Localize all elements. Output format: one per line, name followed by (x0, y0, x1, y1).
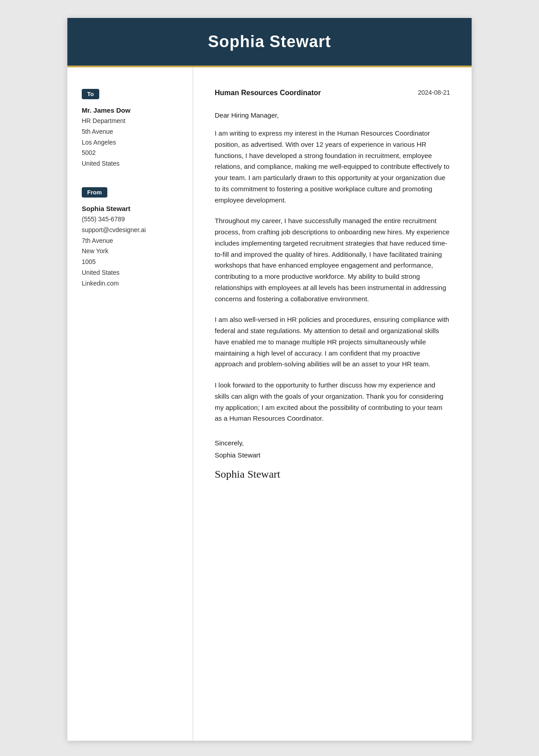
letter-paragraph-4: I look forward to the opportunity to fur… (215, 380, 450, 424)
recipient-country: United States (82, 158, 178, 169)
main-content: Human Resources Coordinator 2024-08-21 D… (193, 67, 472, 741)
sender-email: support@cvdesigner.ai (82, 225, 178, 236)
to-badge: To (82, 89, 99, 99)
letter-header: Human Resources Coordinator 2024-08-21 (215, 89, 450, 97)
closing-section: Sincerely, Sophia Stewart Sophia Stewart (215, 437, 450, 480)
sidebar: To Mr. James Dow HR Department 5th Avenu… (67, 67, 193, 741)
recipient-street: 5th Avenue (82, 127, 178, 137)
recipient-name: Mr. James Dow (82, 106, 178, 114)
sender-country: United States (82, 268, 178, 278)
salutation: Dear Hiring Manager, (215, 111, 450, 119)
recipient-department: HR Department (82, 116, 178, 127)
letter-paragraph-1: I am writing to express my interest in t… (215, 128, 450, 206)
closing-name: Sophia Stewart (215, 449, 450, 461)
letter-paragraph-3: I am also well-versed in HR policies and… (215, 314, 450, 370)
content-wrapper: To Mr. James Dow HR Department 5th Avenu… (67, 67, 472, 741)
page: Sophia Stewart To Mr. James Dow HR Depar… (67, 18, 472, 741)
to-section: To Mr. James Dow HR Department 5th Avenu… (82, 89, 178, 169)
letter-paragraph-2: Throughout my career, I have successfull… (215, 215, 450, 304)
letter-date: 2024-08-21 (418, 89, 450, 96)
recipient-city: Los Angeles (82, 137, 178, 148)
sender-postal: 1005 (82, 257, 178, 268)
sender-linkedin: Linkedin.com (82, 278, 178, 289)
job-title: Human Resources Coordinator (215, 89, 321, 97)
sender-name: Sophia Stewart (82, 205, 178, 212)
sender-city: New York (82, 246, 178, 257)
page-header: Sophia Stewart (67, 18, 472, 66)
closing-text: Sincerely, (215, 437, 450, 449)
sender-phone: (555) 345-6789 (82, 214, 178, 225)
sender-street: 7th Avenue (82, 236, 178, 246)
from-badge: From (82, 187, 107, 198)
recipient-postal: 5002 (82, 148, 178, 158)
signature: Sophia Stewart (215, 468, 450, 480)
from-section: From Sophia Stewart (555) 345-6789 suppo… (82, 187, 178, 289)
header-name: Sophia Stewart (85, 32, 454, 51)
